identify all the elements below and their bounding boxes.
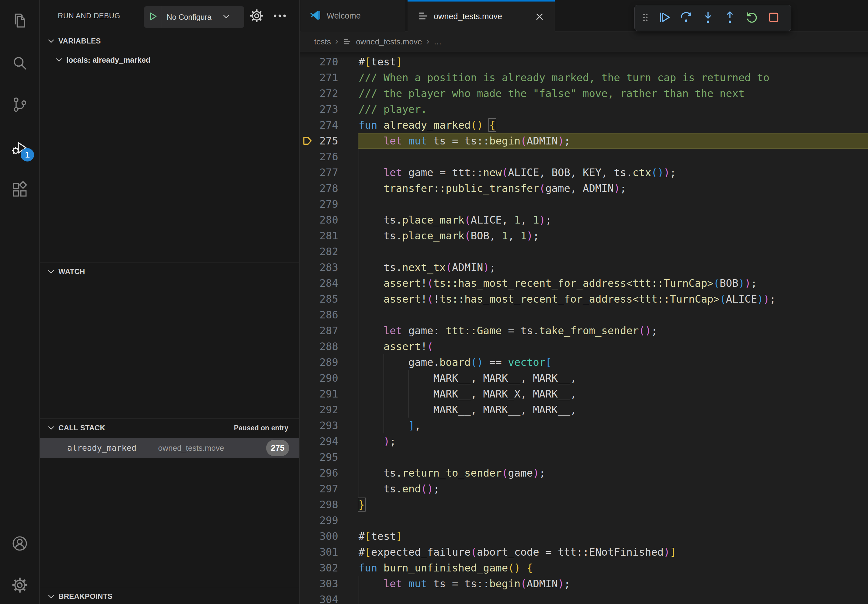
line-number[interactable]: 280: [300, 212, 338, 228]
variables-section-header[interactable]: VARIABLES: [40, 32, 299, 50]
line-number[interactable]: 276: [300, 149, 338, 164]
code-line-279[interactable]: 279: [300, 196, 868, 212]
continue-button[interactable]: [654, 8, 674, 28]
activity-item-extensions[interactable]: [8, 178, 32, 202]
code-line-302[interactable]: 302fun burn_unfinished_game() {: [300, 560, 868, 576]
breadcrumb-folder[interactable]: tests: [314, 37, 331, 46]
watch-section-header[interactable]: WATCH: [40, 263, 299, 280]
activity-item-run-and-debug[interactable]: 1: [8, 136, 32, 160]
code-line-300[interactable]: 300#[test]: [300, 528, 868, 544]
code-line-291[interactable]: 291 MARK__, MARK_X, MARK__,: [300, 386, 868, 402]
line-number[interactable]: 284: [300, 275, 338, 291]
code-line-299[interactable]: 299: [300, 513, 868, 528]
code-line-290[interactable]: 290 MARK__, MARK__, MARK__,: [300, 370, 868, 386]
code-line-274[interactable]: 274fun already_marked() {: [300, 117, 868, 133]
restart-button[interactable]: [742, 8, 761, 28]
line-number[interactable]: 296: [300, 465, 338, 481]
activity-item-settings[interactable]: [8, 574, 32, 598]
code-line-304[interactable]: 304: [300, 592, 868, 604]
line-number[interactable]: 279: [300, 196, 338, 212]
line-number[interactable]: 297: [300, 481, 338, 497]
line-number[interactable]: 271: [300, 70, 338, 85]
line-number[interactable]: 288: [300, 339, 338, 354]
line-number[interactable]: 277: [300, 164, 338, 180]
step-over-button[interactable]: [676, 8, 696, 28]
code-line-280[interactable]: 280 ts.place_mark(ALICE, 1, 1);: [300, 212, 868, 228]
code-line-277[interactable]: 277 let game = ttt::new(ALICE, BOB, KEY,…: [300, 164, 868, 180]
code-line-275[interactable]: 275 let mut ts = ts::begin(ADMIN);: [300, 133, 868, 149]
code-line-282[interactable]: 282: [300, 244, 868, 259]
line-number[interactable]: 289: [300, 354, 338, 370]
line-number[interactable]: 304: [300, 592, 338, 604]
line-number[interactable]: 282: [300, 244, 338, 259]
tab-owned-tests-move[interactable]: owned_tests.move: [408, 0, 555, 32]
code-line-289[interactable]: 289 game.board() == vector[: [300, 354, 868, 370]
line-number[interactable]: 301: [300, 544, 338, 560]
code-line-295[interactable]: 295: [300, 449, 868, 465]
code-line-287[interactable]: 287 let game: ttt::Game = ts.take_from_s…: [300, 323, 868, 339]
line-number[interactable]: 299: [300, 513, 338, 528]
line-number[interactable]: 300: [300, 528, 338, 544]
code-line-293[interactable]: 293 ],: [300, 418, 868, 434]
stop-button[interactable]: [764, 8, 783, 28]
code-line-288[interactable]: 288 assert!(: [300, 339, 868, 354]
activity-item-account[interactable]: [8, 532, 32, 556]
line-number[interactable]: 290: [300, 370, 338, 386]
close-icon[interactable]: [534, 11, 545, 22]
breakpoints-section-header[interactable]: BREAKPOINTS: [40, 588, 299, 604]
step-into-button[interactable]: [698, 8, 718, 28]
code-line-273[interactable]: 273/// player.: [300, 101, 868, 117]
line-number[interactable]: 273: [300, 101, 338, 117]
activity-item-source-control[interactable]: [8, 93, 32, 117]
code-line-298[interactable]: 298}: [300, 497, 868, 513]
line-number[interactable]: 285: [300, 291, 338, 307]
code-line-276[interactable]: 276: [300, 149, 868, 164]
drag-handle[interactable]: [639, 8, 652, 28]
code-line-297[interactable]: 297 ts.end();: [300, 481, 868, 497]
line-number[interactable]: 302: [300, 560, 338, 576]
line-number[interactable]: 292: [300, 402, 338, 418]
line-number[interactable]: 287: [300, 323, 338, 339]
line-number[interactable]: 281: [300, 228, 338, 244]
more-actions-button[interactable]: [272, 8, 287, 23]
tab-welcome[interactable]: Welcome: [301, 0, 405, 32]
code-line-286[interactable]: 286: [300, 307, 868, 323]
line-number[interactable]: 278: [300, 180, 338, 196]
start-debug-icon[interactable]: [144, 11, 161, 23]
code-line-278[interactable]: 278 transfer::public_transfer(game, ADMI…: [300, 180, 868, 196]
code-line-271[interactable]: 271/// When a position is already marked…: [300, 70, 868, 85]
breadcrumb-symbol[interactable]: …: [434, 37, 442, 46]
line-number[interactable]: 272: [300, 85, 338, 101]
line-number[interactable]: 286: [300, 307, 338, 323]
line-number[interactable]: 303: [300, 576, 338, 592]
code-line-283[interactable]: 283 ts.next_tx(ADMIN);: [300, 259, 868, 275]
activity-item-search[interactable]: [8, 52, 32, 76]
code-line-292[interactable]: 292 MARK__, MARK__, MARK__,: [300, 402, 868, 418]
code-line-272[interactable]: 272/// the player who made the "false" m…: [300, 85, 868, 101]
line-number[interactable]: 298: [300, 497, 338, 513]
code-line-285[interactable]: 285 assert!(!ts::has_most_recent_for_add…: [300, 291, 868, 307]
code-line-281[interactable]: 281 ts.place_mark(BOB, 1, 1);: [300, 228, 868, 244]
breadcrumb-file[interactable]: owned_tests.move: [356, 37, 422, 46]
code-line-270[interactable]: 270#[test]: [300, 54, 868, 70]
code-line-296[interactable]: 296 ts.return_to_sender(game);: [300, 465, 868, 481]
line-number[interactable]: 275: [300, 133, 338, 149]
code-line-284[interactable]: 284 assert!(ts::has_most_recent_for_addr…: [300, 275, 868, 291]
code-line-303[interactable]: 303 let mut ts = ts::begin(ADMIN);: [300, 576, 868, 592]
call-stack-frame[interactable]: already_marked owned_tests.move 275: [40, 438, 299, 458]
line-number[interactable]: 294: [300, 434, 338, 449]
line-number[interactable]: 270: [300, 54, 338, 70]
variables-locals-scope[interactable]: locals: already_marked: [40, 51, 299, 69]
line-number[interactable]: 295: [300, 449, 338, 465]
line-number[interactable]: 293: [300, 418, 338, 434]
line-number[interactable]: 274: [300, 117, 338, 133]
debug-settings-button[interactable]: [249, 8, 264, 23]
code-line-294[interactable]: 294 );: [300, 434, 868, 449]
call-stack-section-header[interactable]: CALL STACK Paused on entry: [40, 419, 299, 437]
activity-item-explorer[interactable]: [8, 9, 32, 33]
line-number[interactable]: 291: [300, 386, 338, 402]
step-out-button[interactable]: [720, 8, 739, 28]
line-number[interactable]: 283: [300, 259, 338, 275]
debug-configuration-dropdown[interactable]: No Configura: [144, 6, 244, 28]
code-line-301[interactable]: 301#[expected_failure(abort_code = ttt::…: [300, 544, 868, 560]
